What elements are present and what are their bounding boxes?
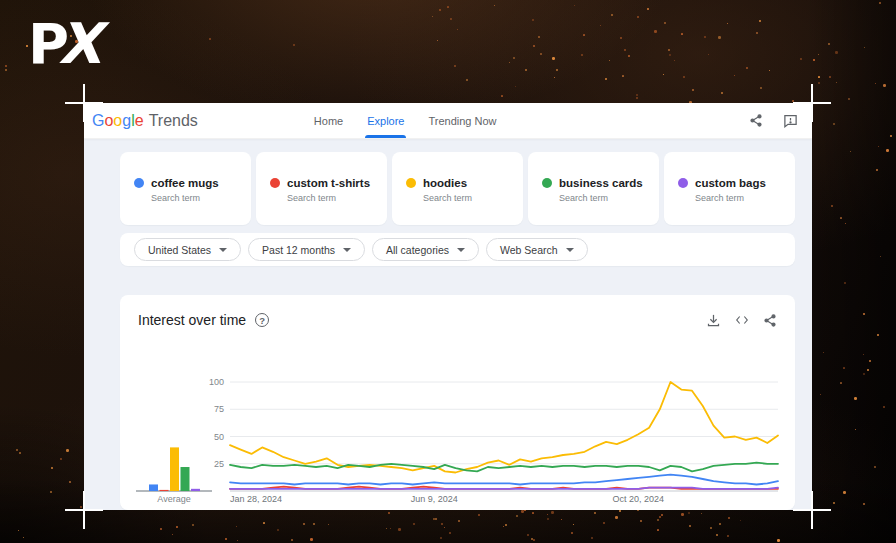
crop-handle-bottom-left[interactable] — [65, 491, 103, 529]
svg-text:Jan 28, 2024: Jan 28, 2024 — [230, 494, 282, 504]
crop-handle-bottom-right[interactable] — [793, 491, 831, 529]
crop-handle-top-left[interactable] — [65, 84, 103, 122]
svg-text:75: 75 — [214, 404, 224, 414]
term-label: coffee mugs — [151, 177, 219, 189]
term-label: hoodies — [423, 177, 467, 189]
google-trends-logo[interactable]: Google Trends — [92, 112, 198, 130]
filter-all-categories[interactable]: All categories — [372, 238, 479, 261]
term-color-dot — [270, 178, 280, 188]
chevron-down-icon — [566, 248, 574, 252]
term-card-custom-bags[interactable]: custom bagsSearch term — [664, 152, 795, 225]
share-icon[interactable] — [749, 113, 763, 128]
term-card-coffee-mugs[interactable]: coffee mugsSearch term — [120, 152, 251, 225]
px-logo: PX — [28, 16, 95, 72]
filter-past-12-months[interactable]: Past 12 months — [248, 238, 365, 261]
filter-united-states[interactable]: United States — [134, 238, 241, 261]
crop-handle-top-right[interactable] — [793, 84, 831, 122]
term-label: business cards — [559, 177, 643, 189]
trends-header: Google Trends HomeExploreTrending Now — [84, 103, 812, 139]
embed-icon[interactable] — [734, 313, 750, 327]
svg-text:50: 50 — [214, 432, 224, 442]
term-color-dot — [542, 178, 552, 188]
trends-wordmark: Trends — [149, 112, 198, 130]
filter-web-search[interactable]: Web Search — [486, 238, 588, 261]
help-icon[interactable]: ? — [255, 313, 269, 327]
term-sublabel: Search term — [423, 193, 523, 203]
svg-text:Jun 9, 2024: Jun 9, 2024 — [411, 494, 458, 504]
nav-item-explore[interactable]: Explore — [355, 103, 416, 138]
chart-title: Interest over time — [138, 312, 246, 328]
interest-over-time-card: Interest over time ? 255075100AverageJan… — [120, 295, 795, 510]
download-icon[interactable] — [706, 313, 721, 328]
term-color-dot — [134, 178, 144, 188]
term-color-dot — [678, 178, 688, 188]
trends-nav: HomeExploreTrending Now — [302, 103, 509, 138]
filter-bar: United StatesPast 12 monthsAll categorie… — [120, 233, 795, 266]
term-sublabel: Search term — [559, 193, 659, 203]
svg-text:Oct 20, 2024: Oct 20, 2024 — [613, 494, 665, 504]
term-sublabel: Search term — [287, 193, 387, 203]
google-trends-panel: Google Trends HomeExploreTrending Now co… — [84, 103, 812, 510]
svg-text:25: 25 — [214, 459, 224, 469]
term-color-dot — [406, 178, 416, 188]
interest-over-time-chart: 255075100AverageJan 28, 2024Jun 9, 2024O… — [120, 350, 795, 510]
term-card-hoodies[interactable]: hoodiesSearch term — [392, 152, 523, 225]
term-label: custom bags — [695, 177, 766, 189]
nav-item-trending-now[interactable]: Trending Now — [416, 103, 508, 138]
svg-text:100: 100 — [209, 377, 224, 387]
search-term-cards: coffee mugsSearch termcustom t-shirtsSea… — [120, 152, 795, 225]
nav-item-home[interactable]: Home — [302, 103, 355, 138]
term-sublabel: Search term — [695, 193, 795, 203]
share-icon[interactable] — [763, 313, 777, 328]
svg-text:Average: Average — [157, 494, 190, 504]
chevron-down-icon — [457, 248, 465, 252]
term-card-business-cards[interactable]: business cardsSearch term — [528, 152, 659, 225]
term-card-custom-t-shirts[interactable]: custom t-shirtsSearch term — [256, 152, 387, 225]
term-sublabel: Search term — [151, 193, 251, 203]
chevron-down-icon — [343, 248, 351, 252]
chevron-down-icon — [219, 248, 227, 252]
term-label: custom t-shirts — [287, 177, 370, 189]
